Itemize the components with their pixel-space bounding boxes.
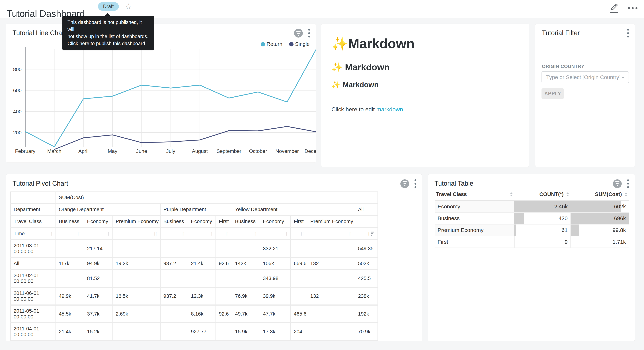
pivot-cell: 17.3k [260,323,290,340]
cell-count: 2.46k [514,200,570,212]
table-header-icons [613,179,630,189]
col-header-travel-class[interactable]: Travel Class [435,189,514,200]
edit-dashboard-button[interactable] [610,3,618,13]
pivot-row-label: 2011-06-01 00:00:00 [10,287,56,305]
chevron-down-icon [621,77,624,80]
markdown-paragraph: Click here to edit markdown [332,106,522,113]
pivot-cell [113,240,160,258]
col-header-count[interactable]: COUNT(*) [514,189,570,200]
pivot-cell [160,305,188,323]
pivot-cell: 425.5 [355,270,378,287]
sort-icon[interactable] [624,192,627,196]
status-badge[interactable]: Draft [98,2,119,11]
sort-icon[interactable]: ↓↑ [284,230,288,237]
svg-text:August: August [192,148,208,154]
cell-count: 420 [514,212,570,224]
filter-options-icon[interactable] [626,28,630,38]
class-col-header: Economy [260,216,290,228]
pivot-cell [307,305,355,323]
legend-item-single[interactable]: Single [289,41,310,47]
data-table-wrap: Travel ClassCOUNT(*)SUM(Cost)Economy2.46… [435,189,629,248]
cell-travel-class: First [435,236,514,248]
pivot-cell: 332.21 [260,240,290,258]
pivot-cell: 15.2k [84,323,113,340]
tooltip-line: Click here to publish this dashboard. [68,40,149,47]
cell-sum-cost: 696k [570,212,629,224]
pivot-cell: 132 [307,258,355,270]
markdown-body: ✨Markdown ✨Markdown ✨Markdown Click here… [332,30,522,113]
legend-dot [261,42,265,46]
pivot-data-row: 2011-03-01 00:00:00217.14332.21549.35 [10,240,378,258]
dept-group-header: Yellow Department [232,204,355,216]
pivot-cell [188,240,216,258]
dept-group-header: Purple Department [160,204,232,216]
sort-icon[interactable]: ↓↑ [253,230,257,237]
pivot-cell: 15.9k [232,323,260,340]
svg-text:200: 200 [13,130,22,136]
sort-icon[interactable]: ↓↑ [300,230,304,237]
markdown-h2: ✨Markdown [332,62,522,72]
sort-icon[interactable]: ↓↑ [225,230,229,237]
svg-text:April: April [78,148,88,154]
pivot-row-label: 2011-04-01 00:00:00 [10,323,56,340]
sort-icon[interactable]: ↓↑ [181,230,185,237]
pivot-cell: 49.7k [232,305,260,323]
origin-country-select[interactable]: Type or Select [Origin Country] [542,71,629,83]
pivot-options-icon[interactable] [414,179,417,189]
pivot-cell: 217.14 [84,240,113,258]
favorite-star-icon[interactable]: ☆ [125,2,132,11]
cell-count: 61 [514,224,570,236]
pivot-cell: 39.9k [260,287,290,305]
sort-icon[interactable] [566,192,569,196]
sort-icon[interactable]: ↓↑ [153,230,157,237]
pivot-cell: 465.6 [290,305,307,323]
sort-icon[interactable]: ↓↑ [106,230,110,237]
pivot-metric-row: SUM(Cost) [10,192,378,204]
pivot-cell [56,270,84,287]
svg-text:March: March [47,148,62,154]
sort-desc-icon[interactable]: ↓ [367,230,374,237]
sort-icon[interactable]: ↓↑ [48,230,52,237]
pivot-title: Tutorial Pivot Chart [12,180,68,187]
sparkles-icon: ✨ [332,36,348,51]
filter-indicator-icon[interactable] [400,179,409,188]
pivot-dept-row: DepartmentOrange DepartmentPurple Depart… [10,204,378,216]
col-header-sum-cost[interactable]: SUM(Cost) [570,189,629,200]
pivot-header-icons [400,179,417,189]
line-chart-card: Tutorial Line Chart Return Single 200400… [6,24,316,163]
markdown-edit-link[interactable]: markdown [376,106,403,112]
sort-icon[interactable]: ↓↑ [348,230,352,237]
chart-options-icon[interactable] [308,28,311,38]
markdown-h1: ✨Markdown [332,36,522,52]
table-options-icon[interactable] [626,179,630,189]
line-chart: 200400600800FebruaryMarchAprilMayJuneJul… [6,44,316,160]
apply-button[interactable]: APPLY [542,88,564,99]
publish-tooltip[interactable]: This dashboard is not published, it will… [62,16,154,50]
pivot-chart-card: Tutorial Pivot Chart SUM(Cost)Department… [6,174,422,341]
pivot-cell: 927.77 [188,323,216,340]
table-card: Tutorial Table Travel ClassCOUNT(*)SUM(C… [428,174,635,341]
pivot-data-row: 2011-06-01 00:00:0049.9k41.7k16.5k937.21… [10,287,378,305]
svg-text:800: 800 [13,66,22,72]
legend-item-return[interactable]: Return [261,41,282,47]
sort-icon[interactable] [510,192,513,196]
pivot-table: SUM(Cost)DepartmentOrange DepartmentPurp… [10,192,378,341]
filter-indicator-icon[interactable] [613,179,622,188]
cell-sum-cost: 1.71k [570,236,629,248]
pivot-sort-row: Time↓↑↓↑↓↑↓↑↓↑↓↑↓↑↓↑↓↑↓↑↓↑↓ [10,228,378,240]
pivot-cell: 192k [355,305,378,323]
sort-icon[interactable]: ↓↑ [208,230,212,237]
pivot-data-row: 2011-05-01 00:00:0045.5k37.7k2.69k8.16k9… [10,305,378,323]
svg-text:400: 400 [13,109,22,114]
pivot-cell [113,270,160,287]
pivot-cell [307,323,355,340]
pivot-cell [160,270,188,287]
class-col-header: Premium Economy [307,216,355,228]
pivot-cell: 2.69k [113,305,160,323]
sort-icon[interactable]: ↓↑ [77,230,81,237]
pivot-cell: 142k [232,258,260,270]
svg-text:600: 600 [13,88,22,93]
chart-legend: Return Single [261,41,310,47]
more-menu-icon[interactable] [628,7,638,9]
filter-indicator-icon[interactable] [294,29,303,38]
